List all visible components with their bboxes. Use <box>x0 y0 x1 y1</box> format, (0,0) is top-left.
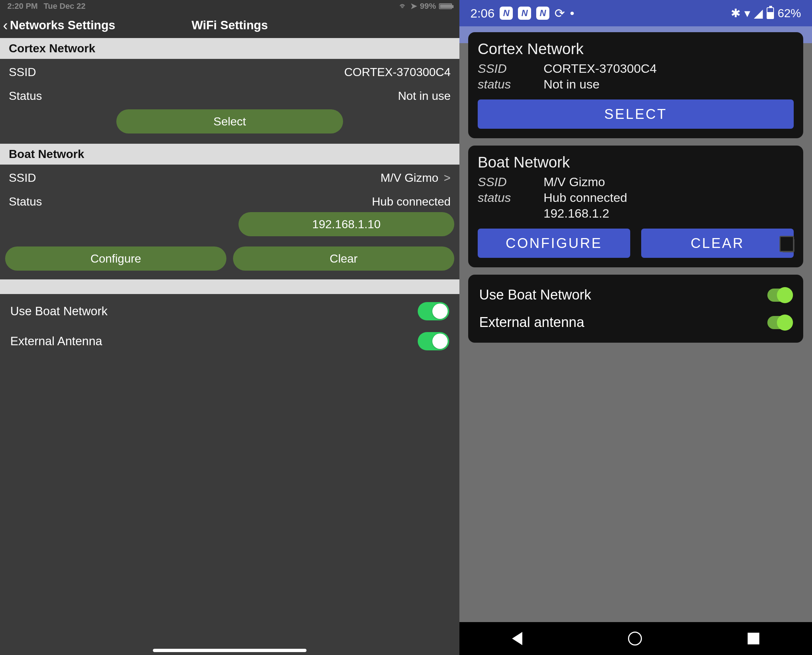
ssid-label: SSID <box>9 171 36 185</box>
location-icon: ➤ <box>411 2 417 11</box>
boat-ssid-value: M/V Gizmo > <box>380 171 451 185</box>
status-time: 2:20 PM <box>7 2 38 11</box>
navbar: ‹ Networks Settings WiFi Settings <box>0 12 460 38</box>
boat-card-title: Boat Network <box>478 154 794 171</box>
external-antenna-label: External antenna <box>479 315 584 330</box>
clear-button[interactable]: Clear <box>233 246 454 271</box>
ssid-label: SSID <box>478 62 529 76</box>
cortex-status-value: Not in use <box>398 89 451 103</box>
boat-card: Boat Network SSID M/V Gizmo status Hub c… <box>468 146 803 268</box>
boat-status-row: status Hub connected <box>478 191 794 205</box>
battery-icon <box>767 7 774 19</box>
boat-status-value: Hub connected <box>543 191 627 205</box>
status-label: Status <box>9 195 42 208</box>
cortex-select-button[interactable]: SELECT <box>478 100 794 129</box>
chevron-left-icon: ‹ <box>3 18 8 32</box>
wifi-icon: ▾ <box>744 6 750 20</box>
sync-icon: ⟳ <box>555 6 565 20</box>
status-label: status <box>478 191 529 205</box>
chevron-right-icon: > <box>440 171 451 185</box>
external-antenna-switch[interactable] <box>418 332 449 351</box>
ipad-pane: 2:20 PM Tue Dec 22 ᯤ ➤ 99% ‹ Networks Se… <box>0 0 460 655</box>
status-battery-pct: 99% <box>420 2 436 11</box>
bluetooth-icon: ✱ <box>731 6 741 20</box>
use-boat-network-switch[interactable] <box>767 289 792 302</box>
external-antenna-row: External antenna <box>478 309 794 336</box>
app-notification-icon: N <box>536 6 549 20</box>
nav-recent-icon[interactable] <box>747 633 759 644</box>
boat-ip-value: 192.168.1.2 <box>543 206 609 220</box>
external-antenna-switch[interactable] <box>767 316 792 329</box>
use-boat-network-label: Use Boat Network <box>10 304 108 318</box>
cortex-select-button[interactable]: Select <box>116 109 343 134</box>
use-boat-network-row: Use Boat Network <box>478 281 794 309</box>
wifi-icon: ᯤ <box>400 2 408 11</box>
android-status-bar: 2:06 N N N ⟳ • ✱ ▾ ◢ 62% <box>460 0 812 26</box>
configure-button[interactable]: Configure <box>5 246 226 271</box>
boat-status-value: Hub connected <box>372 195 451 208</box>
status-label: Status <box>9 89 42 103</box>
cortex-status-row: status Not in use <box>478 77 794 91</box>
cortex-card: Cortex Network SSID CORTEX-370300C4 stat… <box>468 32 803 138</box>
cortex-section-header: Cortex Network <box>0 38 460 59</box>
signal-icon: ◢ <box>754 6 763 20</box>
boat-ip-row: 192.168.1.2 <box>478 206 794 220</box>
app-notification-icon: N <box>518 6 531 20</box>
status-battery-pct: 62% <box>778 6 801 20</box>
cortex-card-title: Cortex Network <box>478 40 794 58</box>
ssid-label: SSID <box>478 175 529 189</box>
app-notification-icon: N <box>500 6 513 20</box>
cortex-section: SSID CORTEX-370300C4 Status Not in use S… <box>0 59 460 144</box>
use-boat-network-switch[interactable] <box>418 302 449 320</box>
use-boat-network-row: Use Boat Network <box>0 294 460 328</box>
nav-home-icon[interactable] <box>628 632 642 646</box>
boat-ssid-row[interactable]: SSID M/V Gizmo > <box>0 165 460 188</box>
toggles-card: Use Boat Network External antenna <box>468 275 803 343</box>
cortex-ssid-value: CORTEX-370300C4 <box>543 62 657 76</box>
boat-section-header: Boat Network <box>0 144 460 165</box>
external-antenna-row: External Antenna <box>0 328 460 358</box>
back-label: Networks Settings <box>10 18 115 32</box>
ssid-label: SSID <box>9 66 36 79</box>
back-button[interactable]: ‹ Networks Settings <box>3 18 115 32</box>
cortex-status-value: Not in use <box>543 77 600 91</box>
configure-button[interactable]: CONFIGURE <box>478 229 630 258</box>
android-navbar <box>460 622 812 655</box>
cortex-status-row: Status Not in use <box>0 83 460 106</box>
nav-back-icon[interactable] <box>512 632 522 645</box>
clear-button[interactable]: CLEAR <box>641 229 794 258</box>
boat-status-row: Status Hub connected <box>0 188 460 212</box>
use-boat-network-label: Use Boat Network <box>479 287 591 303</box>
cortex-ssid-value: CORTEX-370300C4 <box>344 66 451 79</box>
status-time: 2:06 <box>471 6 495 20</box>
ipad-status-bar: 2:20 PM Tue Dec 22 ᯤ ➤ 99% <box>0 0 460 12</box>
boat-section: SSID M/V Gizmo > Status Hub connected 19… <box>0 165 460 280</box>
dialog-scrim: Cortex Network SSID CORTEX-370300C4 stat… <box>460 43 812 622</box>
section-divider <box>0 280 460 294</box>
external-antenna-label: External Antenna <box>10 334 102 348</box>
android-pane: 2:06 N N N ⟳ • ✱ ▾ ◢ 62% Cortex Network … <box>460 0 812 655</box>
page-title: WiFi Settings <box>192 18 268 32</box>
copy-icon[interactable] <box>782 238 794 252</box>
status-date: Tue Dec 22 <box>43 2 86 11</box>
empty-space <box>0 358 460 655</box>
cortex-ssid-row: SSID CORTEX-370300C4 <box>478 62 794 76</box>
boat-ssid-row: SSID M/V Gizmo <box>478 175 794 189</box>
boat-ssid-value: M/V Gizmo <box>543 175 605 189</box>
boat-ip-button[interactable]: 192.168.1.10 <box>238 212 454 236</box>
more-icon: • <box>570 6 574 20</box>
battery-icon <box>439 3 452 9</box>
home-indicator[interactable] <box>153 649 306 652</box>
cortex-ssid-row: SSID CORTEX-370300C4 <box>0 59 460 83</box>
status-label: status <box>478 77 529 91</box>
